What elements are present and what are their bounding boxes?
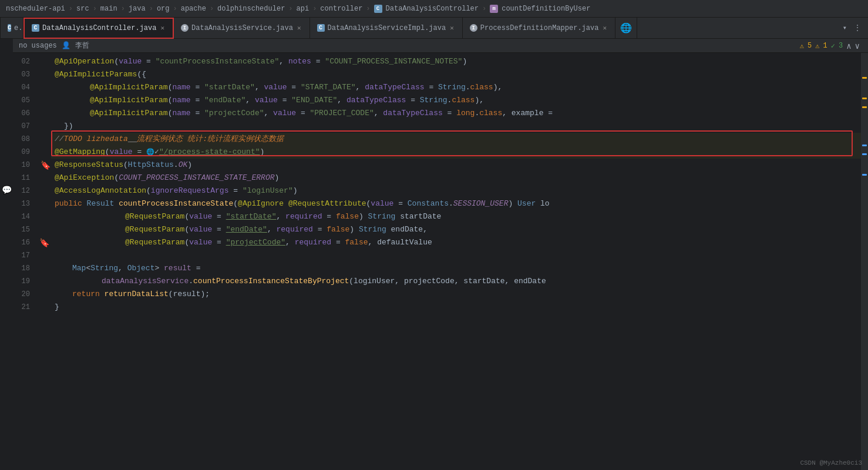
ln-04: 04 bbox=[13, 81, 35, 94]
scrollbar-marks bbox=[861, 53, 868, 176]
ind-04 bbox=[39, 81, 51, 94]
tab-icon-mapper: I bbox=[470, 24, 477, 32]
breadcrumb-project[interactable]: nscheduler-api bbox=[6, 5, 65, 13]
tab-icon-controller: C bbox=[32, 24, 39, 32]
code-area[interactable]: no usages 👤 李哲 ⚠ 5 ⚠ 1 ✓ 3 ∧ ∨ 02 03 bbox=[13, 39, 868, 470]
ln-05: 05 bbox=[13, 94, 35, 107]
method-icon: m bbox=[490, 5, 498, 13]
tab-data-analysis-service[interactable]: I DataAnalysisService.java ✕ bbox=[174, 18, 309, 39]
collapse-btn[interactable]: ∧ bbox=[846, 41, 851, 51]
scroll-mark-4 bbox=[862, 145, 867, 146]
code-line-09: @GetMapping(value = 🌐✓"/process-state-co… bbox=[51, 146, 861, 159]
tab-label-ejava: e.java bbox=[14, 24, 23, 32]
ln-09: 09 bbox=[13, 146, 35, 159]
ln-17: 17 bbox=[13, 249, 35, 262]
breadcrumb-method[interactable]: countDefinitionByUser bbox=[502, 5, 590, 13]
right-scrollbar[interactable] bbox=[861, 53, 868, 470]
breadcrumb-src[interactable]: src bbox=[76, 5, 89, 13]
breadcrumb-controller[interactable]: controller bbox=[320, 5, 362, 13]
breadcrumb-api[interactable]: api bbox=[297, 5, 309, 13]
tab-close-service[interactable]: ✕ bbox=[296, 24, 302, 32]
user-name: 李哲 bbox=[75, 41, 89, 51]
icon-row-04 bbox=[0, 67, 13, 80]
icon-row-12 bbox=[0, 170, 13, 183]
code-line-12: @AccessLogAnnotation(ignoreRequestArgs =… bbox=[51, 184, 861, 197]
ok-icon: ✓ bbox=[831, 42, 835, 51]
user-icon: 👤 bbox=[62, 41, 70, 50]
error-count: 1 bbox=[823, 42, 827, 50]
tab-close-mapper[interactable]: ✕ bbox=[601, 24, 608, 32]
code-line-17 bbox=[51, 249, 861, 262]
ln-03: 03 bbox=[13, 68, 35, 81]
icon-row-07 bbox=[0, 106, 13, 119]
tab-bar: C e.java C DataAnalysisController.java ✕… bbox=[0, 18, 868, 39]
breadcrumb-main[interactable]: main bbox=[100, 5, 117, 13]
code-line-03: @ApiImplicitParams({ bbox=[51, 68, 861, 81]
tab-close-controller[interactable]: ✕ bbox=[159, 24, 166, 32]
icon-row-14 bbox=[0, 196, 13, 209]
class-icon: C bbox=[374, 5, 382, 13]
breadcrumb-org[interactable]: org bbox=[157, 5, 170, 13]
expand-btn[interactable]: ∨ bbox=[855, 41, 860, 51]
ln-15: 15 bbox=[13, 223, 35, 236]
breadcrumb-java[interactable]: java bbox=[129, 5, 146, 13]
ind-07 bbox=[39, 120, 51, 133]
icon-row-09 bbox=[0, 132, 13, 145]
ind-09 bbox=[39, 146, 51, 159]
no-usages-bar: no usages 👤 李哲 ⚠ 5 ⚠ 1 ✓ 3 ∧ ∨ bbox=[13, 39, 868, 53]
ln-18: 18 bbox=[13, 262, 35, 275]
ind-12 bbox=[39, 184, 51, 197]
code-line-18: Map<String, Object> result = bbox=[51, 262, 861, 275]
breadcrumb-apache[interactable]: apache bbox=[181, 5, 206, 13]
scroll-mark-3 bbox=[862, 106, 867, 108]
code-line-05: @ApiImplicitParam(name = "endDate", valu… bbox=[51, 94, 861, 107]
ln-06: 06 bbox=[13, 107, 35, 120]
ind-15 bbox=[39, 223, 51, 236]
tab-label-impl: DataAnalysisServiceImpl.java bbox=[328, 24, 446, 32]
icon-row-17 bbox=[0, 235, 13, 248]
icon-row-11 bbox=[0, 157, 13, 170]
tab-icon-impl: C bbox=[317, 24, 325, 32]
ind-19 bbox=[39, 275, 51, 288]
icon-row-20 bbox=[0, 274, 13, 287]
tab-e-java[interactable]: C e.java bbox=[0, 18, 23, 39]
watermark: CSDN @MyAzhe0ci3 bbox=[800, 459, 862, 466]
breadcrumb-class[interactable]: DataAnalysisController bbox=[386, 5, 479, 13]
icon-row-06 bbox=[0, 93, 13, 106]
breadcrumb-dolphinscheduler[interactable]: dolphinscheduler bbox=[217, 5, 285, 13]
tab-globe[interactable]: 🌐 bbox=[615, 18, 637, 39]
bookmark-icon-10: 🔖 bbox=[41, 160, 51, 170]
tab-scroll-down[interactable]: ▾ bbox=[840, 22, 849, 33]
tab-label-controller: DataAnalysisController.java bbox=[42, 24, 156, 32]
code-line-16: @RequestParam(value = "projectCode", req… bbox=[51, 236, 861, 249]
code-line-15: @RequestParam(value = "endDate", require… bbox=[51, 223, 861, 236]
ln-12: 12 bbox=[13, 184, 35, 197]
code-line-04: @ApiImplicitParam(name = "startDate", va… bbox=[51, 81, 861, 94]
ind-10: 🔖 bbox=[39, 159, 51, 172]
ind-14 bbox=[39, 210, 51, 223]
tab-data-analysis-controller[interactable]: C DataAnalysisController.java ✕ bbox=[23, 18, 174, 39]
code-line-06: @ApiImplicitParam(name = "projectCode", … bbox=[51, 107, 861, 120]
code-line-02: @ApiOperation(value = "countProcessInsta… bbox=[51, 55, 861, 68]
ok-count: 3 bbox=[839, 42, 843, 50]
code-line-20: return returnDataList(result); bbox=[51, 288, 861, 301]
ln-20: 20 bbox=[13, 288, 35, 301]
indicator-column: 🔖 🔖 bbox=[39, 53, 51, 470]
icon-row-13: 💬 bbox=[0, 183, 13, 196]
ln-19: 19 bbox=[13, 275, 35, 288]
tab-close-impl[interactable]: ✕ bbox=[449, 24, 455, 32]
editor-container: 💬 no usages 👤 李哲 ⚠ 5 ⚠ 1 ✓ bbox=[0, 39, 868, 470]
icon-row-15 bbox=[0, 209, 13, 222]
ln-13: 13 bbox=[13, 197, 35, 210]
tab-data-analysis-service-impl[interactable]: C DataAnalysisServiceImpl.java ✕ bbox=[310, 18, 463, 39]
code-line-10: @ResponseStatus(HttpStatus.OK) bbox=[51, 159, 861, 172]
tab-more-options[interactable]: ⋮ bbox=[852, 22, 863, 33]
icon-row-02 bbox=[0, 41, 13, 54]
warning-icon: ⚠ bbox=[800, 42, 804, 51]
ind-18 bbox=[39, 262, 51, 275]
error-icon: ⚠ bbox=[815, 42, 819, 51]
code-lines[interactable]: @ApiOperation(value = "countProcessInsta… bbox=[51, 53, 861, 470]
scroll-mark-1 bbox=[862, 77, 867, 79]
code-line-21: } bbox=[51, 301, 861, 314]
tab-process-definition-mapper[interactable]: I ProcessDefinitionMapper.java ✕ bbox=[463, 18, 615, 39]
